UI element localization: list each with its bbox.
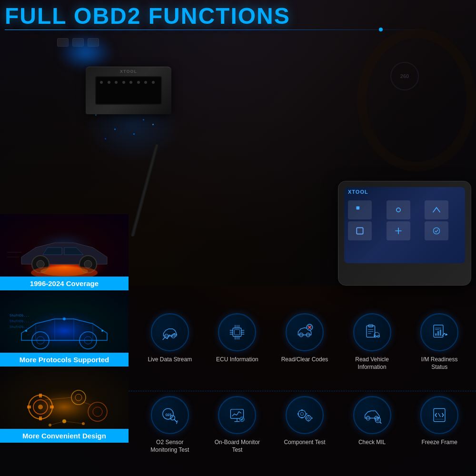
- design-label: More Convenient Design: [0, 429, 129, 443]
- functions-grid: Live Data Stream: [138, 309, 471, 471]
- svg-line-88: [176, 422, 177, 424]
- svg-rect-95: [301, 409, 303, 411]
- obd-port-hole: [95, 76, 162, 105]
- svg-rect-98: [306, 413, 307, 415]
- title-dot: [379, 28, 383, 31]
- pin-4: [122, 81, 125, 84]
- svg-rect-101: [307, 415, 309, 416]
- connector-brand: XTOOL: [120, 69, 137, 74]
- check-mil-icon: [363, 406, 382, 425]
- func-circle-monitor: [218, 396, 256, 434]
- func-onboard-monitor: On-Board Monitor Test: [206, 392, 269, 471]
- func-circle-component: [286, 396, 324, 434]
- protocols-label: More Protocols Supported: [0, 353, 129, 367]
- svg-rect-36: [50, 406, 54, 408]
- svg-text:ShuFnDb...: ShuFnDb...: [10, 319, 30, 323]
- obd-connector: XTOOL: [86, 67, 181, 143]
- svg-point-14: [17, 307, 112, 355]
- obd-body: XTOOL: [86, 67, 171, 114]
- svg-point-23: [25, 330, 27, 332]
- svg-point-94: [300, 412, 303, 415]
- svg-rect-35: [27, 406, 31, 408]
- scanner-icon-box-4: [348, 221, 372, 240]
- svg-rect-97: [298, 413, 299, 415]
- title-area: FULL OBD2 FUNCTIONS: [5, 5, 471, 30]
- svg-rect-103: [306, 417, 307, 419]
- scanner-screen: XTOOL: [344, 187, 465, 263]
- func-circle-read-clear: [286, 313, 324, 351]
- pin-1: [100, 81, 103, 84]
- protocols-car-svg: ShuFnDb... ShuFnDb... ShuFnDb...: [7, 298, 121, 359]
- func-live-data: Live Data Stream: [138, 309, 202, 388]
- func-label-live-data: Live Data Stream: [148, 356, 192, 364]
- component-icon: [295, 406, 314, 425]
- design-svg: [7, 374, 121, 436]
- func-label-monitor: On-Board Monitor Test: [213, 439, 261, 454]
- read-clear-icon: [295, 323, 314, 342]
- svg-rect-51: [235, 329, 240, 335]
- coverage-label: 1996-2024 Coverage: [0, 277, 129, 290]
- svg-rect-77: [435, 333, 436, 336]
- freeze-frame-icon: [430, 406, 449, 425]
- svg-rect-33: [39, 394, 42, 397]
- side-card-design: More Convenient Design: [0, 367, 129, 443]
- func-label-mil: Check MIL: [358, 439, 386, 446]
- row-divider: [129, 391, 476, 391]
- func-label-o2: O2 Sensor Monitoring Test: [146, 439, 194, 454]
- svg-point-99: [306, 416, 311, 421]
- svg-rect-50: [233, 328, 242, 337]
- svg-rect-34: [39, 416, 42, 420]
- pin-7: [144, 81, 147, 84]
- svg-rect-78: [437, 331, 439, 336]
- scanner-icon-box-2: [387, 200, 410, 219]
- svg-point-3: [434, 228, 440, 234]
- pin-3: [115, 81, 118, 84]
- func-circle-freeze: [420, 396, 458, 434]
- pin-6: [137, 81, 140, 84]
- svg-point-93: [298, 410, 306, 418]
- svg-line-87: [176, 421, 178, 422]
- svg-text:O2S: O2S: [165, 413, 172, 416]
- func-label-im: I/M Readiness Status: [416, 356, 463, 371]
- obd-cable: [130, 144, 159, 237]
- func-label-freeze: Freeze Frame: [422, 439, 457, 446]
- func-read-clear: Read/Clear Codes: [273, 309, 337, 388]
- pin-2: [108, 81, 110, 84]
- left-panel: 1996-2024 Coverage: [0, 214, 129, 443]
- monitor-icon: [228, 406, 247, 425]
- scanner-brand-label: XTOOL: [348, 189, 368, 195]
- pin-8: [152, 81, 155, 84]
- o2-sensor-icon: O2S: [160, 406, 179, 425]
- scanner-icon-box-3: [425, 200, 448, 219]
- func-component-test: Component Test: [273, 392, 337, 471]
- svg-rect-96: [301, 417, 303, 418]
- coverage-car-svg: [7, 221, 121, 283]
- svg-text:ShuFnDb...: ShuFnDb...: [10, 325, 30, 329]
- page-title: FULL OBD2 FUNCTIONS: [5, 5, 471, 28]
- scanner-screen-content: [344, 197, 465, 244]
- svg-rect-0: [357, 207, 360, 210]
- svg-point-32: [38, 405, 43, 409]
- svg-point-1: [396, 208, 400, 212]
- side-card-protocols: ShuFnDb... ShuFnDb... ShuFnDb... More Pr…: [0, 290, 129, 367]
- func-im-readiness: I/M Readiness Status: [407, 309, 471, 388]
- im-readiness-icon: [430, 323, 449, 342]
- svg-point-24: [101, 330, 103, 332]
- func-circle-o2: O2S: [151, 396, 189, 434]
- func-circle-im: [420, 313, 458, 351]
- scanner-device: XTOOL: [338, 181, 471, 286]
- svg-line-109: [380, 422, 381, 423]
- func-circle-ecu: [218, 313, 256, 351]
- scanner-icon-box-1: [348, 200, 372, 219]
- svg-marker-82: [445, 333, 448, 336]
- scanner-icon-box-6: [425, 221, 448, 240]
- svg-rect-79: [440, 329, 441, 336]
- func-circle-mil: [353, 396, 391, 434]
- svg-point-11: [40, 267, 88, 276]
- func-freeze-frame: Freeze Frame: [407, 392, 471, 471]
- func-label-read-clear: Read/Clear Codes: [281, 356, 328, 364]
- live-data-icon: [160, 323, 179, 342]
- obd-pins: [96, 77, 161, 88]
- svg-text:ShuFnDb...: ShuFnDb...: [10, 314, 30, 317]
- svg-rect-2: [357, 228, 363, 234]
